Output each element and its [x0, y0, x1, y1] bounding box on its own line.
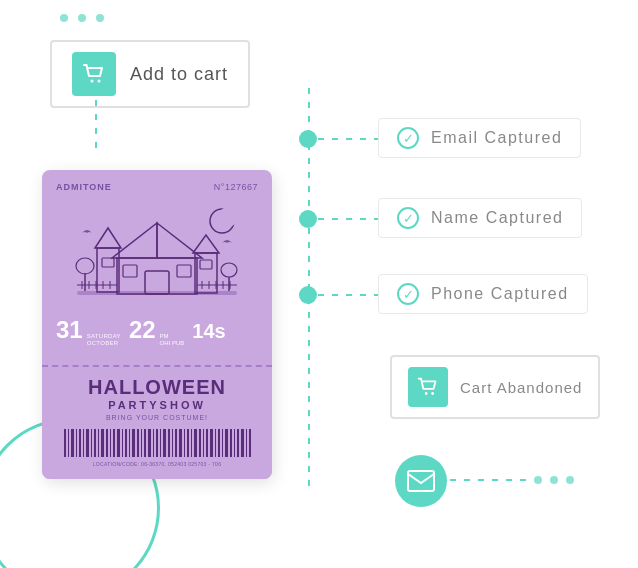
ticket-day: 31: [56, 318, 83, 342]
phone-captured-label: Phone Captured: [431, 285, 569, 303]
ticket-location: LOCATION/CODE: 06-36370, 052403 025703 -…: [56, 461, 258, 467]
svg-point-18: [76, 258, 94, 274]
svg-rect-77: [234, 429, 235, 457]
svg-rect-52: [137, 429, 139, 457]
ticket-time: 22: [129, 316, 156, 344]
phone-captured-box: ✓ Phone Captured: [378, 274, 588, 314]
cart-abandoned-icon-container: [408, 367, 448, 407]
svg-rect-47: [117, 429, 120, 457]
svg-rect-34: [68, 429, 69, 457]
svg-rect-56: [153, 429, 154, 457]
svg-rect-11: [123, 265, 137, 277]
svg-rect-49: [125, 429, 127, 457]
svg-rect-48: [122, 429, 123, 457]
svg-rect-8: [195, 253, 217, 293]
cart-icon: [80, 60, 108, 88]
svg-rect-39: [86, 429, 89, 457]
email-icon-circle[interactable]: [395, 455, 447, 507]
svg-rect-53: [141, 429, 142, 457]
svg-rect-69: [203, 429, 204, 457]
name-h-line: [318, 218, 378, 220]
svg-rect-71: [210, 429, 213, 457]
svg-point-82: [425, 392, 428, 395]
svg-rect-70: [206, 429, 208, 457]
svg-rect-33: [64, 429, 66, 457]
svg-rect-54: [144, 429, 146, 457]
svg-rect-50: [129, 429, 130, 457]
ticket-number-text: N°127667: [214, 182, 258, 192]
svg-rect-12: [177, 265, 191, 277]
svg-rect-76: [230, 429, 232, 457]
ticket-time-label2: OHI PUB: [160, 340, 185, 347]
svg-rect-14: [200, 260, 212, 269]
phone-node-circle: [299, 286, 317, 304]
ticket-header: ADMITONE N°127667: [56, 182, 258, 192]
svg-rect-63: [179, 429, 182, 457]
ticket-time-label1: PM: [160, 333, 185, 340]
svg-rect-36: [76, 429, 77, 457]
email-node-circle: [299, 130, 317, 148]
top-dots: [60, 14, 104, 22]
ticket-top-section: ADMITONE N°127667: [42, 170, 272, 357]
svg-rect-41: [94, 429, 96, 457]
ticket-barcode: [56, 429, 258, 457]
phone-h-line: [318, 294, 378, 296]
ticket-card: ADMITONE N°127667: [42, 170, 272, 479]
email-captured-label: Email Captured: [431, 129, 562, 147]
svg-rect-46: [113, 429, 115, 457]
haunted-house-svg: [67, 203, 247, 308]
svg-rect-37: [79, 429, 81, 457]
svg-rect-66: [191, 429, 192, 457]
name-captured-box: ✓ Name Captured: [378, 198, 582, 238]
svg-point-83: [431, 392, 434, 395]
add-to-cart-box: Add to cart: [50, 40, 250, 108]
svg-rect-81: [249, 429, 251, 457]
svg-rect-74: [222, 429, 223, 457]
svg-rect-65: [187, 429, 189, 457]
ticket-title: HALLOWEEN: [56, 377, 258, 397]
ticket-time-row: 31 SATURDAY OCTOBER 22 PM OHI PUB 14s: [56, 316, 258, 347]
svg-rect-3: [117, 258, 197, 294]
svg-rect-45: [110, 429, 111, 457]
svg-rect-35: [71, 429, 74, 457]
cart-to-node-line: [95, 100, 97, 148]
email-check: ✓: [397, 127, 419, 149]
name-node-circle: [299, 210, 317, 228]
svg-rect-55: [148, 429, 151, 457]
svg-rect-68: [199, 429, 201, 457]
svg-rect-73: [218, 429, 220, 457]
ticket-subtitle: PARTYSHOW: [56, 399, 258, 411]
svg-point-1: [98, 80, 101, 83]
cart-icon-container: [72, 52, 116, 96]
name-check: ✓: [397, 207, 419, 229]
svg-rect-40: [91, 429, 92, 457]
name-captured-label: Name Captured: [431, 209, 563, 227]
cart-abandoned-icon: [415, 374, 441, 400]
scene: Add to cart ✓ Email Captured ✓ Name Capt…: [0, 0, 638, 568]
svg-rect-84: [408, 471, 434, 491]
email-captured-box: ✓ Email Captured: [378, 118, 581, 158]
ticket-day-label1: SATURDAY: [87, 333, 121, 340]
svg-rect-44: [106, 429, 108, 457]
svg-marker-7: [95, 228, 121, 248]
svg-rect-42: [98, 429, 99, 457]
ticket-costume: BRING YOUR COSTUME!: [56, 414, 258, 421]
svg-rect-62: [175, 429, 177, 457]
svg-point-20: [221, 263, 237, 277]
ticket-admit-text: ADMITONE: [56, 182, 112, 192]
svg-rect-61: [172, 429, 173, 457]
svg-rect-64: [184, 429, 185, 457]
svg-rect-38: [83, 429, 84, 457]
svg-rect-80: [246, 429, 247, 457]
svg-rect-78: [237, 429, 239, 457]
barcode-svg: [62, 429, 252, 457]
svg-rect-51: [132, 429, 135, 457]
ticket-bottom-section: HALLOWEEN PARTYSHOW BRING YOUR COSTUME!: [42, 367, 272, 479]
svg-marker-9: [193, 235, 219, 253]
svg-rect-79: [241, 429, 244, 457]
email-trailing-dots: [534, 476, 574, 484]
svg-rect-60: [168, 429, 170, 457]
svg-point-16: [218, 207, 238, 227]
cart-abandoned-label: Cart Abandoned: [460, 379, 582, 396]
svg-rect-72: [215, 429, 216, 457]
